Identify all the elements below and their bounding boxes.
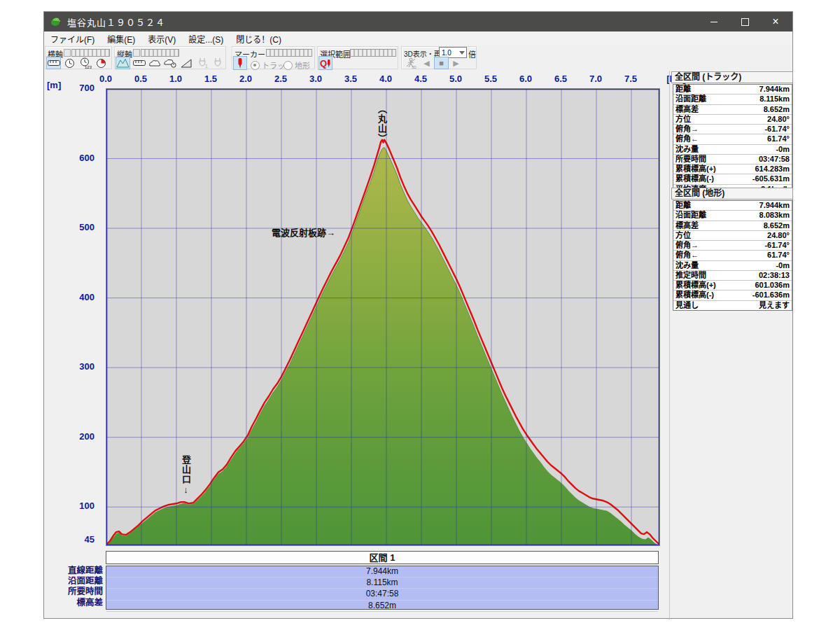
section-row-value: 8.652m [106, 601, 658, 612]
x-scale-slider[interactable] [71, 49, 110, 57]
stats-row-value: 7.944km [760, 201, 792, 210]
x-tick-label: 7.0 [584, 74, 608, 84]
y-axis-unit: [m] [47, 80, 61, 90]
stats-row-label: 沈み量 [673, 261, 699, 270]
y-scale-slider-button[interactable] [133, 49, 140, 57]
x-mode-distance-button[interactable] [46, 57, 61, 69]
stats-row-value: 見えます [759, 301, 792, 310]
x-axis-labels: 0.00.51.01.52.02.53.03.54.04.55.05.56.06… [106, 74, 694, 85]
section-row-label: 直線距離 [44, 566, 103, 576]
rewind-button[interactable]: ◀ [419, 57, 434, 69]
stats-row-label: 推定時間 [673, 271, 706, 280]
stats-row: 俯角→-61.74° [673, 241, 792, 251]
y-mode-slope-button[interactable] [178, 57, 193, 69]
minimize-button[interactable] [700, 12, 728, 31]
x-tick-label: 4.5 [409, 74, 433, 84]
y-tick-label: 45 [64, 534, 94, 545]
stats-row-label: 俯角→ [673, 241, 699, 250]
stats-row-value: 8.115km [760, 94, 792, 104]
pie-icon [96, 58, 106, 69]
chart-annotation: 電波反射板跡→ [272, 225, 335, 239]
y-mode-elevation-button[interactable] [115, 57, 130, 69]
stats-row-value: 02:38:13 [759, 271, 792, 280]
close-button[interactable]: × [762, 12, 790, 31]
stats-row-label: 標高差 [673, 221, 699, 230]
maximize-button[interactable] [731, 12, 759, 31]
x-tick-label: 0.5 [129, 74, 153, 84]
speed-cloud-icon [148, 59, 161, 67]
stats-row-label: 沈み量 [673, 145, 699, 154]
stats-section-header[interactable]: 全区間 (トラック) [671, 71, 793, 83]
y-tick-label: 300 [64, 361, 94, 372]
marker-pen-button[interactable] [233, 56, 247, 70]
section-table-values: 7.944km8.115km03:47:588.652m [106, 566, 659, 610]
stats-row: 累積標高(+)614.283m [673, 164, 792, 174]
menu-file[interactable]: ファイル(F) [44, 33, 101, 45]
y-mode-speed-time-button[interactable] [163, 57, 178, 69]
stats-row: 俯角←61.74° [673, 251, 792, 260]
group-y-axis: 縦軸 [114, 46, 226, 69]
menu-edit[interactable]: 編集(E) [101, 33, 141, 45]
x-mode-pace-button[interactable] [94, 57, 108, 69]
menu-close[interactable]: 閉じる！(C) [230, 33, 288, 45]
panel-divider [669, 71, 670, 620]
selection-marker-button[interactable]: Q [318, 56, 332, 70]
stats-section-header[interactable]: 全区間 (地形) [671, 188, 793, 200]
menu-view[interactable]: 表示(V) [141, 33, 182, 45]
playback-speed-value: 1.0 [442, 49, 451, 57]
elevation-chart[interactable]: （丸山）電波反射板跡→登山口↓ [106, 88, 660, 546]
section-row-label: 所要時間 [44, 587, 103, 597]
group-marker: マーカー トラック 地形 [232, 46, 315, 69]
y-mode-speed-button[interactable] [147, 57, 162, 69]
marker-target-terrain-radio[interactable]: 地形 [284, 59, 310, 71]
y-tick-label: 700 [64, 83, 94, 93]
x-tick-label: 1.5 [199, 74, 223, 84]
y-scale-slider[interactable] [141, 49, 179, 57]
stats-row-value: 24.80° [767, 115, 792, 124]
x-mode-timeofday-button[interactable]: 123 [78, 57, 93, 69]
chart-annotation: （丸山） [375, 104, 388, 144]
stats-row: 方位24.80° [673, 231, 792, 241]
ruler-icon [48, 59, 60, 67]
y-tick-label: 500 [64, 222, 94, 232]
stats-row-value: 614.283m [755, 164, 792, 174]
plug-1-icon: 1 [197, 57, 209, 69]
stats-row: 方位24.80° [673, 115, 792, 125]
y-axis-labels: 70060050040030020010045 [64, 88, 97, 545]
stats-row-value: 24.80° [767, 231, 792, 240]
chevron-down-icon [459, 51, 465, 55]
stats-row-label: 方位 [673, 231, 691, 240]
stats-row: 距離7.944km [673, 85, 792, 94]
group-3d-playback: 3D表示・再生 1.0 倍 3D ◀ ■ ▶ [401, 46, 477, 69]
walk-3d-button[interactable]: 3D [403, 57, 418, 69]
x-tick-label: 5.5 [479, 74, 503, 84]
x-mode-time-button[interactable] [62, 57, 77, 69]
x-tick-label: 4.0 [374, 74, 398, 84]
svg-text:Q: Q [320, 58, 327, 69]
screen: 塩谷丸山１９０５２４ × ファイル(F) 編集(E) 表示(V) 設定...(S… [0, 0, 840, 630]
stats-row: 標高差8.652m [673, 105, 792, 115]
chart-annotation: 登山口↓ [179, 455, 192, 496]
menu-settings[interactable]: 設定...(S) [182, 33, 230, 45]
stats-row-value: 03:47:58 [759, 155, 792, 164]
radio-dot-icon [251, 61, 260, 70]
aux-line-2-button[interactable]: . [211, 57, 225, 69]
section-row-value: 03:47:58 [106, 589, 658, 600]
aux-line-1-button[interactable]: 1 [195, 57, 210, 69]
stats-row: 沿面距離8.115km [673, 94, 792, 104]
x-tick-label: 1.0 [164, 74, 188, 84]
x-scale-slider-button[interactable] [64, 49, 71, 57]
svg-text:3D: 3D [412, 65, 416, 69]
stats-row: 沿面距離8.083km [673, 211, 792, 220]
x-tick-label: 0.0 [94, 74, 118, 84]
y-mode-distance-button[interactable] [132, 57, 146, 69]
mountain-icon [116, 58, 130, 68]
selection-slider[interactable] [350, 49, 396, 57]
section-row-label: 標高差 [44, 598, 103, 608]
marker-slider[interactable] [266, 49, 312, 57]
stats-row: 累積標高(+)601.036m [673, 281, 792, 290]
play-button[interactable]: ▶ [449, 57, 463, 69]
stop-button[interactable]: ■ [434, 57, 449, 69]
menu-bar: ファイル(F) 編集(E) 表示(V) 設定...(S) 閉じる！(C) [44, 31, 792, 46]
ruler-small-icon [133, 59, 146, 67]
